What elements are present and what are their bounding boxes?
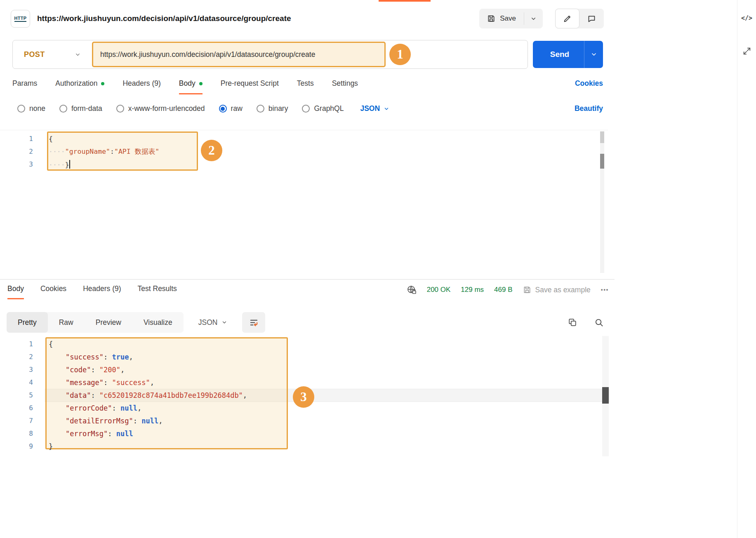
- http-request-icon: HTTP: [11, 10, 30, 28]
- save-button[interactable]: Save: [479, 9, 524, 28]
- indent: [49, 430, 66, 438]
- tab-label: Pre-request Script: [221, 79, 279, 88]
- wrap-lines-icon: [249, 318, 259, 327]
- save-icon: [487, 14, 495, 23]
- token-colon: :: [91, 366, 99, 374]
- tab-label: Authorization: [55, 79, 97, 88]
- tab-response-body[interactable]: Body: [7, 284, 24, 299]
- line-number: 1: [0, 135, 33, 143]
- network-info-icon[interactable]: [407, 285, 417, 295]
- wrap-lines-button[interactable]: [242, 312, 265, 333]
- comment-icon: [587, 14, 596, 23]
- radio-icon: [257, 105, 264, 113]
- line-number: 4: [0, 378, 33, 386]
- radio-label: none: [29, 104, 45, 113]
- radio-graphql[interactable]: GraphQL: [302, 104, 344, 113]
- tab-headers[interactable]: Headers (9): [122, 79, 160, 93]
- line-number: 1: [0, 340, 33, 348]
- cookies-link[interactable]: Cookies: [575, 79, 603, 88]
- token-value: null: [116, 430, 133, 438]
- beautify-link[interactable]: Beautify: [575, 104, 603, 113]
- editor-scrollbar[interactable]: [600, 131, 604, 273]
- section-divider: [0, 279, 615, 280]
- tab-pre-request-script[interactable]: Pre-request Script: [221, 79, 279, 93]
- edit-button-group: [555, 9, 604, 28]
- radio-label: x-www-form-urlencoded: [128, 104, 205, 113]
- body-format-select[interactable]: JSON: [360, 104, 389, 113]
- code-text: "detailErrorMsg": null,: [33, 417, 163, 425]
- method-select[interactable]: POST: [13, 40, 92, 68]
- scrollbar-thumb[interactable]: [602, 387, 609, 404]
- code-text: "errorMsg": null: [33, 430, 133, 438]
- indent-dots: ····: [49, 161, 65, 169]
- rename-button[interactable]: [555, 9, 579, 28]
- line-number: 9: [0, 442, 33, 450]
- url-input[interactable]: https://work.jiushuyun.com/decision/api/…: [92, 42, 386, 67]
- tab-body[interactable]: Body: [179, 79, 203, 94]
- code-text: "message": "success",: [33, 378, 154, 387]
- tab-params[interactable]: Params: [12, 79, 37, 93]
- status-code[interactable]: 200 OK: [427, 286, 451, 294]
- scrollbar-marker: [600, 154, 604, 169]
- code-line: 8 "errorMsg": null: [0, 427, 610, 440]
- response-time[interactable]: 129 ms: [461, 286, 484, 294]
- request-tabs: Params Authorization Headers (9) Body Pr…: [12, 79, 603, 94]
- radio-raw[interactable]: raw: [219, 104, 243, 113]
- tab-response-cookies[interactable]: Cookies: [40, 284, 66, 299]
- code-text: "code": "200",: [33, 366, 125, 374]
- radio-form-data[interactable]: form-data: [59, 104, 102, 113]
- code-text: "data": "c65201928c874a41bdb7ee199b2684d…: [33, 391, 247, 399]
- response-tools: [568, 318, 609, 327]
- radio-binary[interactable]: binary: [257, 104, 288, 113]
- request-body-editor[interactable]: 1{ 2····"groupName":"API 数据表" 3····}: [0, 130, 608, 273]
- tab-settings[interactable]: Settings: [332, 79, 358, 93]
- scrollbar-thumb[interactable]: [600, 132, 604, 143]
- code-snippet-icon[interactable]: </>: [740, 12, 754, 25]
- token-value: "success": [112, 378, 150, 387]
- chevron-down-icon: [530, 16, 537, 22]
- code-text: "success": true,: [33, 353, 133, 361]
- radio-x-www-form-urlencoded[interactable]: x-www-form-urlencoded: [116, 104, 205, 113]
- code-text: }: [33, 442, 53, 451]
- response-toolbar: Pretty Raw Preview Visualize JSON: [7, 312, 609, 333]
- green-dot: [199, 82, 203, 85]
- code-line: 9}: [0, 440, 610, 453]
- token-value: true: [112, 353, 129, 361]
- response-format-select[interactable]: JSON: [193, 318, 233, 327]
- pencil-icon: [563, 14, 572, 23]
- radio-icon: [116, 105, 124, 113]
- token-colon: :: [112, 404, 120, 412]
- radio-none[interactable]: none: [17, 104, 45, 113]
- view-preview[interactable]: Preview: [85, 312, 132, 333]
- search-icon[interactable]: [594, 318, 604, 327]
- token-colon: :: [91, 391, 99, 399]
- tab-label: Settings: [332, 79, 358, 88]
- view-raw[interactable]: Raw: [48, 312, 85, 333]
- more-actions-icon[interactable]: •••: [601, 287, 609, 293]
- save-as-example-button[interactable]: Save as example: [523, 286, 591, 294]
- copy-icon[interactable]: [568, 318, 577, 327]
- view-label: Raw: [59, 318, 73, 327]
- code-line: 1{: [0, 132, 608, 145]
- view-pretty[interactable]: Pretty: [7, 312, 48, 333]
- tab-tests[interactable]: Tests: [297, 79, 314, 93]
- token-colon: :: [104, 353, 112, 361]
- tab-response-headers[interactable]: Headers (9): [83, 284, 121, 299]
- response-scrollbar[interactable]: [602, 336, 609, 456]
- view-visualize[interactable]: Visualize: [132, 312, 184, 333]
- tab-test-results[interactable]: Test Results: [138, 284, 177, 299]
- response-size[interactable]: 469 B: [494, 286, 512, 294]
- save-options-button[interactable]: [524, 9, 543, 28]
- request-header: HTTP https://work.jiushuyun.com/decision…: [0, 3, 615, 34]
- radio-label: raw: [231, 104, 243, 113]
- send-button[interactable]: Send: [533, 41, 603, 68]
- expand-icon[interactable]: [740, 45, 754, 58]
- tab-authorization[interactable]: Authorization: [55, 79, 104, 93]
- indent: [49, 417, 66, 425]
- save-label: Save: [500, 14, 516, 23]
- comment-button[interactable]: [579, 9, 604, 28]
- token-key: "errorCode": [66, 404, 112, 412]
- send-options-button[interactable]: [584, 41, 603, 68]
- indent-dots: ····: [49, 148, 65, 155]
- code-line: 1{: [0, 338, 610, 350]
